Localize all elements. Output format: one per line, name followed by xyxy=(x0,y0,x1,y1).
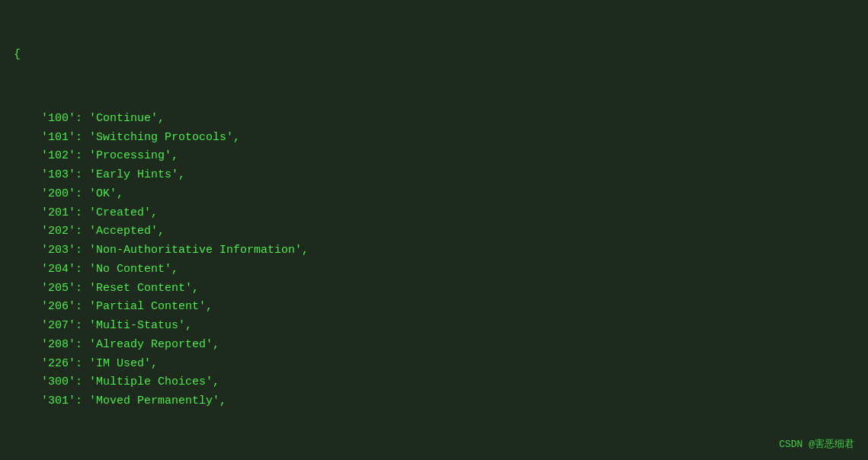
entry-value: 'Switching Protocols', xyxy=(89,131,240,144)
code-entries: '100': 'Continue', '101': 'Switching Pro… xyxy=(0,91,868,419)
entry-value: 'Already Reported', xyxy=(89,338,219,351)
entry-key: '300' xyxy=(41,375,75,388)
table-row: '201': 'Created', xyxy=(14,204,854,223)
entry-key: '103' xyxy=(41,168,75,181)
entry-value: 'Processing', xyxy=(89,149,178,162)
entry-key: '102' xyxy=(41,149,75,162)
entry-value: 'No Content', xyxy=(89,263,178,276)
entry-key: '207' xyxy=(41,319,75,332)
entry-key: '201' xyxy=(41,206,75,219)
table-row: '208': 'Already Reported', xyxy=(14,336,854,355)
entry-key: '206' xyxy=(41,300,75,313)
entry-value: 'Multiple Choices', xyxy=(89,375,219,388)
entry-key: '200' xyxy=(41,187,75,200)
entry-value: 'Early Hints', xyxy=(89,168,185,181)
entry-value: 'Continue', xyxy=(89,112,165,125)
table-row: '202': 'Accepted', xyxy=(14,222,854,241)
entry-value: 'Non-Authoritative Information', xyxy=(89,244,309,257)
entry-key: '226' xyxy=(41,357,75,370)
table-row: '207': 'Multi-Status', xyxy=(14,317,854,336)
opening-brace: { xyxy=(14,46,854,65)
entry-key: '301' xyxy=(41,395,75,407)
table-row: '226': 'IM Used', xyxy=(14,355,854,374)
entry-value: 'Reset Content', xyxy=(89,282,199,295)
table-row: '205': 'Reset Content', xyxy=(14,280,854,299)
table-row: '203': 'Non-Authoritative Information', xyxy=(14,241,854,260)
entry-key: '204' xyxy=(41,263,75,276)
entry-key: '203' xyxy=(41,244,75,257)
entry-value: 'Created', xyxy=(89,206,158,219)
entry-value: 'Accepted', xyxy=(89,225,165,238)
table-row: '300': 'Multiple Choices', xyxy=(14,373,854,392)
table-row: '301': 'Moved Permanently', xyxy=(14,392,854,411)
entry-key: '208' xyxy=(41,338,75,351)
table-row: '102': 'Processing', xyxy=(14,147,854,166)
entry-key: '205' xyxy=(41,282,75,295)
entry-key: '202' xyxy=(41,225,75,238)
table-row: '206': 'Partial Content', xyxy=(14,298,854,317)
entry-value: 'Partial Content', xyxy=(89,300,213,313)
table-row: '100': 'Continue', xyxy=(14,110,854,129)
entry-value: 'OK', xyxy=(89,187,123,200)
entry-key: '100' xyxy=(41,112,75,125)
entry-value: 'Moved Permanently', xyxy=(89,395,226,407)
table-row: '200': 'OK', xyxy=(14,185,854,204)
code-block: { xyxy=(0,0,868,91)
entry-value: 'IM Used', xyxy=(89,357,158,370)
table-row: '103': 'Early Hints', xyxy=(14,166,854,185)
table-row: '204': 'No Content', xyxy=(14,260,854,280)
entry-value: 'Multi-Status', xyxy=(89,319,192,332)
entry-key: '101' xyxy=(41,131,75,144)
watermark: CSDN @害恶细君 xyxy=(779,437,854,451)
table-row: '101': 'Switching Protocols', xyxy=(14,129,854,148)
